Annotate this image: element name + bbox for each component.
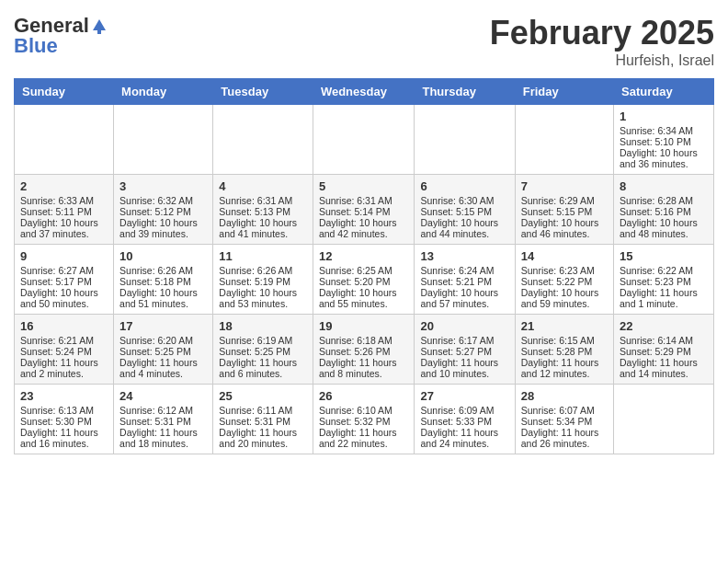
day-number: 24: [119, 389, 207, 403]
day-info: Sunrise: 6:26 AM: [219, 265, 307, 276]
day-info: Daylight: 10 hours and 51 minutes.: [119, 287, 207, 309]
day-header-sunday: Sunday: [15, 79, 114, 105]
day-info: Daylight: 10 hours and 36 minutes.: [620, 147, 708, 169]
day-header-saturday: Saturday: [614, 79, 714, 105]
day-info: Daylight: 10 hours and 59 minutes.: [521, 287, 608, 309]
day-number: 3: [119, 179, 207, 193]
day-info: Daylight: 10 hours and 53 minutes.: [219, 287, 307, 309]
day-info: Daylight: 11 hours and 2 minutes.: [20, 357, 108, 379]
day-info: Sunrise: 6:25 AM: [319, 265, 409, 276]
day-info: Sunrise: 6:28 AM: [620, 195, 708, 206]
day-info: Daylight: 10 hours and 41 minutes.: [219, 217, 307, 239]
day-info: Sunset: 5:26 PM: [319, 346, 409, 357]
calendar-week-1: 1Sunrise: 6:34 AMSunset: 5:10 PMDaylight…: [15, 105, 714, 175]
calendar-cell: 20Sunrise: 6:17 AMSunset: 5:27 PMDayligh…: [415, 315, 515, 385]
calendar-cell: 25Sunrise: 6:11 AMSunset: 5:31 PMDayligh…: [213, 385, 313, 454]
day-info: Daylight: 10 hours and 37 minutes.: [20, 217, 108, 239]
month-title: February 2025: [490, 14, 714, 52]
day-info: Daylight: 11 hours and 8 minutes.: [319, 357, 409, 379]
day-info: Daylight: 11 hours and 26 minutes.: [521, 427, 608, 449]
day-info: Sunset: 5:34 PM: [521, 416, 608, 427]
day-info: Sunrise: 6:34 AM: [620, 125, 708, 136]
day-number: 7: [521, 179, 608, 193]
day-info: Sunset: 5:15 PM: [420, 206, 508, 217]
day-info: Sunset: 5:12 PM: [119, 206, 207, 217]
day-info: Sunrise: 6:14 AM: [620, 335, 708, 346]
day-info: Sunset: 5:19 PM: [219, 276, 307, 287]
calendar-cell: 16Sunrise: 6:21 AMSunset: 5:24 PMDayligh…: [15, 315, 114, 385]
day-info: Sunrise: 6:31 AM: [219, 195, 307, 206]
day-info: Sunrise: 6:10 AM: [319, 405, 409, 416]
calendar-cell: 10Sunrise: 6:26 AMSunset: 5:18 PMDayligh…: [114, 245, 213, 315]
day-info: Sunrise: 6:30 AM: [420, 195, 508, 206]
day-info: Sunset: 5:16 PM: [620, 206, 708, 217]
day-info: Sunset: 5:18 PM: [119, 276, 207, 287]
day-info: Sunrise: 6:21 AM: [20, 335, 108, 346]
day-number: 10: [119, 249, 207, 263]
day-number: 22: [620, 319, 708, 333]
day-info: Sunrise: 6:11 AM: [219, 405, 307, 416]
day-info: Sunrise: 6:18 AM: [319, 335, 409, 346]
calendar-cell: [15, 105, 114, 175]
day-number: 14: [521, 249, 608, 263]
calendar-cell: 4Sunrise: 6:31 AMSunset: 5:13 PMDaylight…: [213, 175, 313, 245]
calendar-cell: [114, 105, 213, 175]
day-info: Daylight: 10 hours and 55 minutes.: [319, 287, 409, 309]
calendar-cell: 11Sunrise: 6:26 AMSunset: 5:19 PMDayligh…: [213, 245, 313, 315]
day-header-tuesday: Tuesday: [213, 79, 313, 105]
day-number: 25: [219, 389, 307, 403]
calendar-cell: 8Sunrise: 6:28 AMSunset: 5:16 PMDaylight…: [614, 175, 714, 245]
day-number: 28: [521, 389, 608, 403]
day-number: 17: [119, 319, 207, 333]
day-info: Sunset: 5:24 PM: [20, 346, 108, 357]
day-number: 26: [319, 389, 409, 403]
calendar-cell: 26Sunrise: 6:10 AMSunset: 5:32 PMDayligh…: [313, 385, 415, 454]
day-info: Sunset: 5:31 PM: [119, 416, 207, 427]
day-info: Sunrise: 6:22 AM: [620, 265, 708, 276]
day-info: Sunset: 5:22 PM: [521, 276, 608, 287]
day-info: Sunrise: 6:09 AM: [420, 405, 508, 416]
calendar-cell: 13Sunrise: 6:24 AMSunset: 5:21 PMDayligh…: [415, 245, 515, 315]
day-info: Sunset: 5:33 PM: [420, 416, 508, 427]
calendar: SundayMondayTuesdayWednesdayThursdayFrid…: [14, 78, 714, 454]
day-info: Sunset: 5:28 PM: [521, 346, 608, 357]
calendar-cell: 24Sunrise: 6:12 AMSunset: 5:31 PMDayligh…: [114, 385, 213, 454]
calendar-cell: 17Sunrise: 6:20 AMSunset: 5:25 PMDayligh…: [114, 315, 213, 385]
calendar-cell: [515, 105, 613, 175]
day-number: 6: [420, 179, 508, 193]
calendar-cell: 5Sunrise: 6:31 AMSunset: 5:14 PMDaylight…: [313, 175, 415, 245]
day-info: Daylight: 11 hours and 12 minutes.: [521, 357, 608, 379]
day-info: Sunrise: 6:19 AM: [219, 335, 307, 346]
day-info: Daylight: 11 hours and 1 minute.: [620, 287, 708, 309]
day-info: Sunrise: 6:29 AM: [521, 195, 608, 206]
day-info: Daylight: 10 hours and 48 minutes.: [620, 217, 708, 239]
day-info: Sunset: 5:25 PM: [219, 346, 307, 357]
calendar-cell: 6Sunrise: 6:30 AMSunset: 5:15 PMDaylight…: [415, 175, 515, 245]
day-info: Sunset: 5:10 PM: [620, 136, 708, 147]
calendar-week-5: 23Sunrise: 6:13 AMSunset: 5:30 PMDayligh…: [15, 385, 714, 454]
day-number: 23: [20, 389, 108, 403]
day-info: Daylight: 10 hours and 50 minutes.: [20, 287, 108, 309]
calendar-week-2: 2Sunrise: 6:33 AMSunset: 5:11 PMDaylight…: [15, 175, 714, 245]
day-info: Sunset: 5:29 PM: [620, 346, 708, 357]
day-number: 15: [620, 249, 708, 263]
logo-icon: [91, 17, 108, 34]
calendar-cell: 23Sunrise: 6:13 AMSunset: 5:30 PMDayligh…: [15, 385, 114, 454]
day-info: Sunset: 5:25 PM: [119, 346, 207, 357]
day-info: Sunrise: 6:13 AM: [20, 405, 108, 416]
calendar-cell: 12Sunrise: 6:25 AMSunset: 5:20 PMDayligh…: [313, 245, 415, 315]
day-info: Sunset: 5:15 PM: [521, 206, 608, 217]
day-info: Sunrise: 6:12 AM: [119, 405, 207, 416]
day-info: Daylight: 11 hours and 14 minutes.: [620, 357, 708, 379]
day-info: Sunrise: 6:20 AM: [119, 335, 207, 346]
day-number: 21: [521, 319, 608, 333]
day-header-monday: Monday: [114, 79, 213, 105]
calendar-cell: [614, 385, 714, 454]
day-number: 11: [219, 249, 307, 263]
calendar-cell: 28Sunrise: 6:07 AMSunset: 5:34 PMDayligh…: [515, 385, 613, 454]
day-info: Daylight: 11 hours and 18 minutes.: [119, 427, 207, 449]
day-number: 1: [620, 109, 708, 123]
calendar-cell: 18Sunrise: 6:19 AMSunset: 5:25 PMDayligh…: [213, 315, 313, 385]
day-info: Sunrise: 6:24 AM: [420, 265, 508, 276]
calendar-cell: 7Sunrise: 6:29 AMSunset: 5:15 PMDaylight…: [515, 175, 613, 245]
